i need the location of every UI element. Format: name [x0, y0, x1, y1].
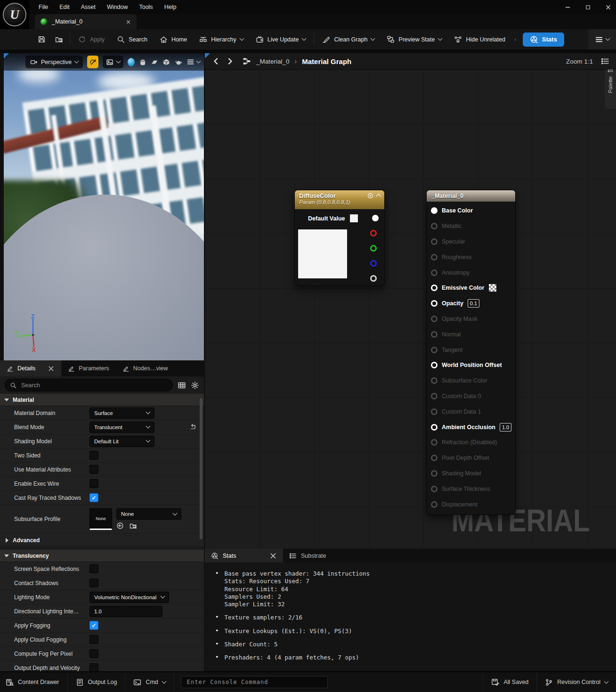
preview-node-icon[interactable]	[367, 193, 373, 199]
browse-asset-icon[interactable]	[130, 522, 137, 529]
cmd-dropdown[interactable]: Cmd	[125, 672, 174, 692]
tab-nodes-view[interactable]: Nodes…view	[116, 360, 175, 376]
hide-unrelated-button[interactable]: Hide Unrelated	[448, 29, 511, 49]
input-pin-shading-model[interactable]	[431, 470, 438, 477]
details-searchbox[interactable]	[5, 379, 173, 391]
search-button[interactable]: Search	[111, 29, 154, 49]
input-pin-base-color[interactable]	[431, 207, 438, 214]
input-pin-subsurface-color[interactable]	[431, 377, 438, 384]
tab-stats[interactable]: Stats	[205, 549, 283, 562]
preview-state-button[interactable]: Preview State	[381, 29, 448, 49]
cube-shape-button[interactable]	[162, 57, 170, 67]
list-settings-icon[interactable]	[601, 57, 609, 65]
perspective-dropdown[interactable]: Perspective	[25, 56, 83, 68]
checkbox-use-material-attributes[interactable]	[89, 465, 98, 474]
home-button[interactable]: Home	[154, 29, 193, 49]
input-pin-anisotropy[interactable]	[431, 269, 438, 276]
input-pin-world-position-offset[interactable]	[431, 362, 438, 368]
dropdown-lighting-mode[interactable]: Volumetric NonDirectional	[89, 592, 169, 603]
console-command-input[interactable]	[186, 678, 323, 686]
save-button[interactable]	[33, 29, 50, 49]
reset-arrow-icon[interactable]	[189, 423, 196, 431]
toolbar-settings-button[interactable]	[588, 29, 616, 49]
input-pin-ambient-occlusion[interactable]	[431, 424, 438, 431]
tab-details[interactable]: Details	[0, 360, 61, 376]
maximize-icon[interactable]	[585, 4, 591, 10]
grid-icon[interactable]	[178, 381, 186, 390]
input-pin-specular[interactable]	[431, 238, 438, 245]
node-material-result[interactable]: _Material_0 Base ColorMetallicSpecularRo…	[426, 190, 516, 515]
use-selected-icon[interactable]	[116, 522, 124, 529]
tab-material-0[interactable]: _Material_0	[35, 14, 137, 29]
dropdown-material-domain[interactable]: Surface	[89, 407, 154, 419]
plane-shape-button[interactable]	[151, 57, 158, 67]
input-pin-pixel-depth-offset[interactable]	[431, 455, 438, 461]
menu-edit[interactable]: Edit	[54, 0, 75, 14]
all-saved-button[interactable]: All Saved	[483, 672, 536, 692]
checkbox-apply-fogging[interactable]: ✓	[89, 621, 98, 630]
search-input[interactable]	[20, 382, 168, 389]
more-options-icon[interactable]	[514, 35, 516, 44]
apply-button[interactable]: Apply	[72, 29, 111, 49]
forward-arrow-icon[interactable]	[226, 57, 235, 65]
input-pin-refraction-disabled[interactable]	[431, 439, 438, 446]
screenshot-dropdown[interactable]	[103, 56, 123, 68]
back-arrow-icon[interactable]	[211, 57, 220, 65]
section-translucency[interactable]: Translucency	[0, 550, 204, 562]
menu-asset[interactable]: Asset	[75, 0, 101, 14]
output-log-button[interactable]: Output Log	[68, 672, 126, 692]
input-pin-metallic[interactable]	[431, 223, 438, 229]
content-drawer-button[interactable]: Content Drawer	[0, 672, 68, 692]
output-pin-r[interactable]	[370, 230, 377, 236]
hierarchy-button[interactable]: Hierarchy	[193, 29, 250, 49]
asset-thumbnail[interactable]: None	[89, 508, 112, 530]
checkbox-two-sided[interactable]	[89, 451, 98, 460]
collapse-node-icon[interactable]	[376, 194, 381, 199]
details-scrollbar[interactable]	[200, 398, 203, 539]
input-pin-tangent[interactable]	[431, 347, 438, 353]
output-pin-b[interactable]	[370, 260, 377, 267]
tab-substrate[interactable]: Substrate	[283, 549, 332, 562]
close-icon[interactable]	[126, 19, 131, 24]
live-update-button[interactable]: Live Update	[250, 29, 312, 49]
viewport-options-button[interactable]	[186, 58, 200, 66]
default-value-swatch[interactable]	[349, 214, 358, 223]
input-pin-opacity[interactable]	[431, 300, 438, 307]
close-icon[interactable]	[269, 552, 277, 560]
input-pin-custom-data-1[interactable]	[431, 408, 438, 415]
preview-viewport[interactable]: Perspective Z Y X	[4, 53, 204, 360]
input-pin-surface-thickness[interactable]	[431, 486, 438, 492]
stats-button[interactable]: Stats	[523, 33, 564, 47]
palette-tab[interactable]: Palette	[605, 64, 616, 109]
sphere-shape-button[interactable]	[128, 58, 135, 66]
cycle-preview-button[interactable]	[87, 56, 98, 68]
node-diffusecolor[interactable]: DiffuseColor Param (0.8,0.8,0.8,1) Defau…	[294, 190, 385, 286]
output-pin-a[interactable]	[370, 275, 377, 282]
dropdown-subsurface-profile[interactable]: None	[116, 508, 181, 520]
output-pin-g[interactable]	[370, 245, 377, 252]
checkbox-cast-ray-traced-shadows[interactable]: ✓	[89, 493, 98, 502]
tab-parameters[interactable]: Parameters	[61, 360, 116, 376]
console-command-box[interactable]	[181, 676, 328, 688]
cylinder-shape-button[interactable]	[139, 57, 146, 67]
input-pin-opacity-mask[interactable]	[431, 316, 438, 322]
menu-help[interactable]: Help	[159, 0, 182, 14]
revision-control-button[interactable]: Revision Control	[536, 672, 616, 692]
teapot-shape-button[interactable]	[175, 57, 182, 67]
output-pin-rgba[interactable]	[372, 215, 379, 221]
checkbox-screen-space-reflections[interactable]	[89, 564, 98, 573]
input-pin-displacement[interactable]	[431, 501, 438, 508]
input-pin-emissive-color[interactable]	[431, 285, 438, 291]
section-material[interactable]: Material	[0, 394, 204, 406]
input-pin-normal[interactable]	[431, 331, 438, 338]
checkbox-apply-cloud-fogging[interactable]	[89, 635, 98, 644]
checker-swatch-icon[interactable]	[488, 284, 497, 292]
checkbox-contact-shadows[interactable]	[89, 578, 98, 587]
checkbox-compute-fog-per-pixel[interactable]	[89, 649, 98, 658]
gear-icon[interactable]	[191, 381, 199, 390]
section-advanced[interactable]: Advanced	[0, 534, 204, 547]
input-directional-lighting-inte[interactable]: 1.0	[89, 606, 162, 617]
close-icon[interactable]	[48, 365, 55, 372]
dropdown-blend-mode[interactable]: Translucent	[89, 422, 154, 433]
input-pin-custom-data-0[interactable]	[431, 393, 438, 399]
